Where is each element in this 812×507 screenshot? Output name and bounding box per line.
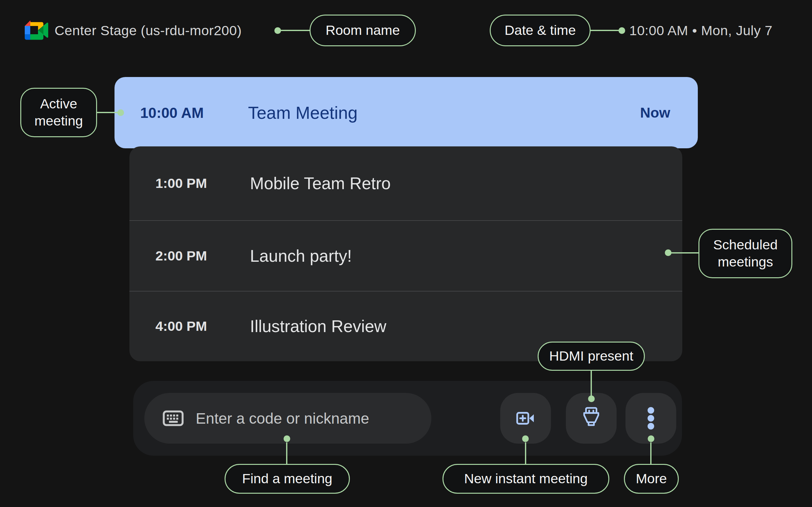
meeting-row[interactable]: 2:00 PM Launch party! (130, 220, 682, 291)
connector-dot-new-instant-meeting (522, 435, 529, 442)
meeting-time: 1:00 PM (155, 176, 207, 191)
meet-room-home-screen: Center Stage (us-rdu-mor200) 10:00 AM • … (0, 0, 812, 507)
connector-line-new-instant-meeting (525, 442, 526, 464)
meeting-row[interactable]: 1:00 PM Mobile Team Retro (130, 147, 682, 220)
hdmi-icon (583, 407, 600, 430)
connector-dot-hdmi-present (588, 395, 595, 402)
active-meeting-card[interactable]: 10:00 AM Team Meeting Now (114, 77, 698, 148)
connector-line-active-meeting (96, 112, 119, 113)
date-time-label: 10:00 AM • Mon, July 7 (629, 23, 773, 38)
keyboard-icon (163, 410, 184, 426)
join-action-bar (133, 381, 682, 456)
connector-line-date-time (590, 30, 619, 31)
callout-scheduled-meetings: Scheduled meetings (699, 229, 792, 278)
meeting-title: Mobile Team Retro (250, 174, 391, 193)
active-meeting-status: Now (640, 105, 670, 121)
scheduled-meetings-list: 1:00 PM Mobile Team Retro 2:00 PM Launch… (130, 147, 682, 361)
callout-hdmi-present: HDMI present (538, 342, 645, 371)
connector-line-find-a-meeting (286, 442, 287, 464)
connector-line-more (650, 442, 652, 464)
meeting-title: Illustration Review (250, 317, 386, 336)
meeting-time: 2:00 PM (155, 248, 207, 264)
callout-date-time: Date & time (490, 14, 591, 46)
connector-dot-find-a-meeting (284, 435, 290, 442)
callout-find-a-meeting: Find a meeting (224, 464, 350, 494)
active-meeting-title: Team Meeting (248, 103, 357, 123)
callout-room-name: Room name (310, 14, 416, 46)
callout-active-meeting: Active meeting (20, 88, 97, 137)
callout-more: More (624, 464, 679, 494)
connector-line-scheduled-meetings (670, 252, 699, 253)
google-meet-logo-icon (25, 20, 48, 40)
meeting-title: Launch party! (250, 246, 352, 266)
active-meeting-time: 10:00 AM (140, 104, 204, 121)
meeting-code-input[interactable] (196, 410, 418, 427)
video-call-icon (515, 410, 536, 427)
room-name-label: Center Stage (us-rdu-mor200) (55, 23, 242, 38)
connector-line-hdmi-present (591, 370, 592, 397)
connector-dot-active-meeting (117, 109, 124, 116)
connector-dot-more (648, 435, 654, 442)
connector-line-room-name (280, 30, 310, 31)
connector-dot-date-time (618, 27, 625, 34)
meeting-time: 4:00 PM (155, 319, 207, 334)
more-vert-icon (647, 407, 655, 430)
callout-new-instant-meeting: New instant meeting (443, 464, 609, 494)
